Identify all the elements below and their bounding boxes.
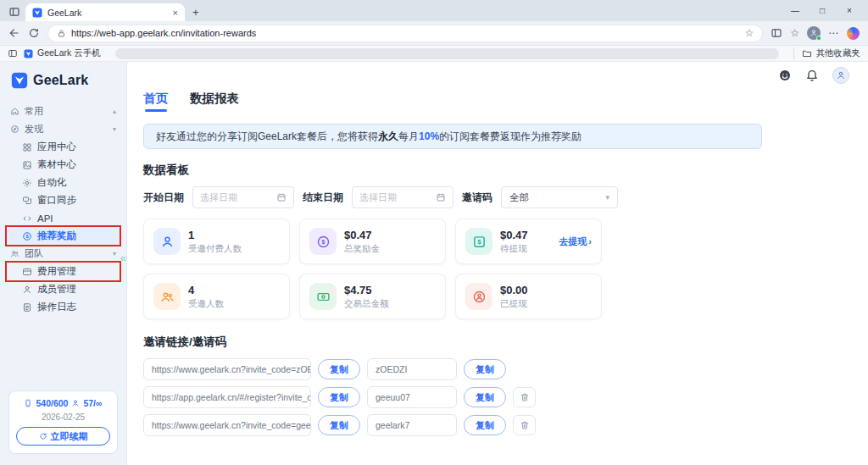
delete-invite-button[interactable]	[513, 387, 536, 407]
tab-close-icon[interactable]: ×	[173, 8, 178, 18]
refresh-icon	[39, 432, 47, 440]
sidebar-item-expense-management[interactable]: 费用管理	[7, 263, 120, 280]
bookmarks-bar: GeeLark 云手机 其他收藏夹	[0, 46, 868, 62]
trash-icon	[520, 420, 530, 430]
stat-value: 4	[188, 284, 224, 296]
stat-card-invitees: 4 受邀人数	[143, 274, 290, 319]
browser-menu-icon[interactable]: ⋯	[828, 27, 839, 39]
dashboard-title: 数据看板	[143, 163, 868, 178]
users-icon	[153, 283, 181, 310]
favorite-star-icon[interactable]: ☆	[744, 27, 754, 39]
stat-label: 受邀人数	[188, 298, 224, 310]
split-screen-icon[interactable]	[771, 27, 782, 39]
copy-link-button[interactable]: 复制	[318, 387, 360, 407]
card-icon	[22, 267, 32, 277]
compass-icon	[10, 125, 19, 134]
maximize-button[interactable]: □	[809, 6, 836, 15]
new-tab-button[interactable]: +	[192, 6, 199, 19]
window-sync-icon	[22, 196, 32, 206]
sidebar-item-app-center[interactable]: 应用中心	[7, 138, 120, 156]
stat-label: 总奖励金	[344, 243, 380, 255]
invite-code-select[interactable]: 全部 ▾	[501, 186, 618, 208]
invite-link-field[interactable]: https://www.geelark.cn?invite_code=zOEDZ…	[143, 358, 311, 380]
chevron-down-icon: ▾	[113, 125, 116, 133]
sidebar-item-automation[interactable]: 自动化	[7, 174, 120, 191]
other-favorites[interactable]: 其他收藏夹	[793, 47, 861, 59]
invite-link-field[interactable]: https://www.geelark.cn?invite_code=geela…	[143, 414, 311, 436]
sidebar-toggle-icon[interactable]	[8, 48, 18, 58]
sidebar-item-window-sync[interactable]: 窗口同步	[7, 191, 120, 209]
end-date-input[interactable]	[352, 186, 453, 208]
sidebar-item-operation-log[interactable]: 操作日志	[7, 298, 120, 316]
minimize-button[interactable]: —	[782, 6, 809, 15]
sidebar-item-api[interactable]: API	[7, 209, 120, 227]
sidebar-group-discover[interactable]: 发现 ▾	[7, 120, 120, 138]
browser-toolbar: https://web-app.geelark.cn/invitation-re…	[0, 21, 868, 46]
invite-code-field[interactable]: geeuu07	[367, 386, 457, 408]
user-icon	[153, 228, 181, 255]
stat-value: $0.00	[500, 284, 528, 296]
sidebar-item-referral-rewards[interactable]: 推荐奖励	[7, 227, 120, 245]
geelark-favicon	[32, 8, 42, 18]
support-icon[interactable]	[778, 69, 792, 82]
geelark-logo-icon	[11, 72, 28, 89]
sidebar-item-member-management[interactable]: 成员管理	[7, 280, 120, 298]
dollar-circle-icon	[309, 228, 337, 255]
bookmark-geelark[interactable]: GeeLark 云手机	[24, 47, 101, 59]
user-avatar[interactable]	[832, 67, 849, 84]
copy-link-button[interactable]: 复制	[318, 415, 360, 435]
copilot-icon[interactable]	[847, 27, 860, 40]
close-button[interactable]: ×	[836, 6, 863, 15]
invite-row: https://www.geelark.cn?invite_code=zOEDZ…	[143, 358, 868, 380]
banknote-icon	[309, 283, 337, 310]
site-info-lock-icon[interactable]	[57, 29, 66, 38]
bell-icon[interactable]	[805, 69, 819, 82]
brand-name: GeeLark	[33, 73, 88, 88]
invite-code-label: 邀请码	[462, 191, 492, 205]
invite-code-field[interactable]: zOEDZI	[367, 358, 457, 380]
copy-link-button[interactable]: 复制	[318, 359, 360, 379]
copy-code-button[interactable]: 复制	[464, 359, 506, 379]
tab-title: GeeLark	[47, 8, 168, 18]
browser-profile-avatar[interactable]	[807, 26, 821, 40]
delete-invite-button[interactable]	[513, 415, 536, 435]
plan-usage-card: 540/600 57/∞ 2026-02-25 立即续期	[8, 390, 118, 454]
app-sidebar: GeeLark 常用 ▴ 发现 ▾ 应用中心 素材中心	[0, 62, 127, 465]
calendar-icon	[436, 192, 446, 202]
vertical-tabs-icon[interactable]	[8, 6, 20, 18]
sidebar-group-common[interactable]: 常用 ▴	[7, 102, 120, 120]
invite-link-field[interactable]: https://app.geelark.cn/#/register?invite…	[143, 386, 311, 408]
copy-code-button[interactable]: 复制	[464, 387, 506, 407]
dollar-circle-icon	[22, 231, 32, 241]
sidebar-menu: 常用 ▴ 发现 ▾ 应用中心 素材中心 自动化 窗口同步	[0, 99, 126, 390]
sidebar-collapse-icon[interactable]: «	[120, 252, 126, 264]
address-bar[interactable]: https://web-app.geelark.cn/invitation-re…	[47, 25, 763, 42]
stat-card-paid-invitees: 1 受邀付费人数	[143, 219, 290, 264]
bookmark-bar-strip	[115, 48, 779, 59]
browser-tab[interactable]: GeeLark ×	[25, 3, 185, 21]
withdraw-link[interactable]: 去提现 ›	[559, 235, 592, 248]
geelark-favicon	[24, 49, 33, 58]
refresh-icon[interactable]	[28, 27, 40, 39]
stat-value: $4.75	[344, 284, 389, 296]
invite-title: 邀请链接/邀请码	[143, 335, 868, 350]
tab-data-report[interactable]: 数据报表	[190, 91, 239, 113]
start-date-input[interactable]	[192, 186, 294, 208]
sidebar-group-team[interactable]: 团队 ▾	[7, 245, 120, 263]
phone-icon	[24, 399, 32, 407]
stat-card-total-reward: $0.47 总奖励金	[299, 219, 446, 264]
copy-code-button[interactable]: 复制	[464, 415, 506, 435]
stat-value: $0.47	[500, 229, 528, 241]
stats-cards: 1 受邀付费人数 $0.47 总奖励金 $0.47 待提现	[143, 219, 868, 319]
user-icon	[836, 70, 846, 80]
stat-label: 交易总金额	[344, 298, 389, 310]
back-icon[interactable]	[8, 27, 20, 39]
invite-code-field[interactable]: geelark7	[367, 414, 457, 436]
calendar-icon	[276, 192, 287, 202]
user-icon	[22, 285, 32, 295]
sidebar-item-material-center[interactable]: 素材中心	[7, 156, 120, 174]
renew-button[interactable]: 立即续期	[16, 427, 110, 446]
invite-row: https://www.geelark.cn?invite_code=geela…	[143, 414, 868, 436]
tab-home[interactable]: 首页	[143, 91, 168, 113]
favorites-bar-icon[interactable]: ☆	[790, 27, 799, 39]
